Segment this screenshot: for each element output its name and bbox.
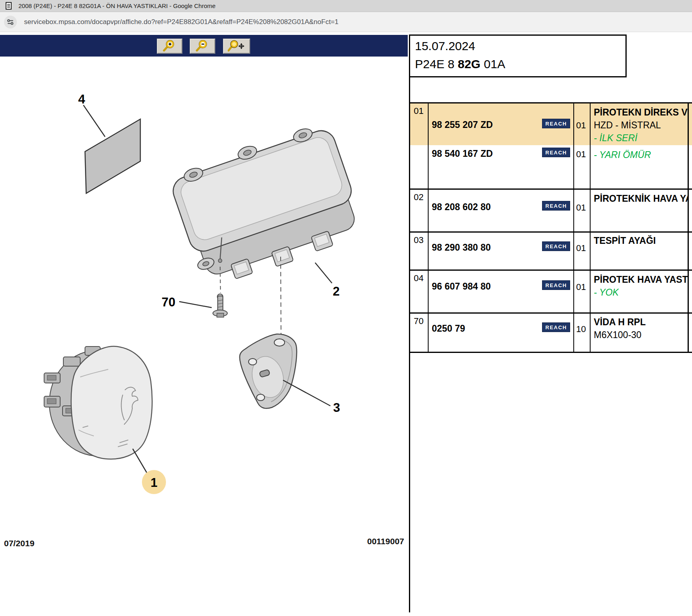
quantity-cell: 01: [574, 190, 591, 231]
quantity-value: 01: [576, 149, 586, 160]
document-reference: P24E 8 82G 01A: [415, 55, 625, 73]
clipped-column: [689, 190, 692, 231]
window-title: 2008 (P24E) - P24E 8 82G01A - ÖN HAVA YA…: [18, 2, 216, 9]
leader-line-part1: [133, 449, 149, 476]
site-settings-icon: [7, 18, 14, 26]
description-cell: TESPİT AYAĞI: [591, 233, 689, 270]
quantity-cell: 10: [574, 314, 591, 352]
item-number-cell: 03: [410, 233, 429, 270]
reach-badge[interactable]: REACH: [542, 201, 570, 211]
table-row-01[interactable]: 01 98 255 207 ZD REACH 98 540 167 ZD REA…: [410, 103, 692, 190]
description-cell: PİROTEKN DİREKS VO HZD - MİSTRAL - İLK S…: [591, 103, 689, 188]
quantity-value: 01: [576, 243, 586, 253]
browser-urlbar[interactable]: servicebox.mpsa.com/docapvpr/affiche.do?…: [0, 12, 692, 32]
reach-badge[interactable]: REACH: [542, 322, 570, 332]
part-description: PİROTEKN DİREKS VO: [591, 106, 688, 119]
clipped-column: [689, 233, 692, 270]
reach-badge[interactable]: REACH: [542, 119, 570, 128]
doc-ref-bold: 82G: [458, 57, 481, 71]
part-reference[interactable]: 96 607 984 80: [432, 281, 491, 292]
parts-table: 01 98 255 207 ZD REACH 98 540 167 ZD REA…: [409, 102, 692, 353]
reference-cell: 0250 79 REACH: [429, 314, 574, 352]
zoom-pan-button[interactable]: [223, 38, 250, 54]
item-number-cell: 01: [410, 103, 429, 188]
doc-ref-prefix: P24E 8: [415, 57, 458, 71]
part-description: PİROTEK HAVA YAST: [591, 273, 688, 286]
description-cell: PİROTEKNİK HAVA YA: [591, 190, 689, 231]
part2-stud-tip: [219, 259, 222, 263]
part-reference[interactable]: 98 290 380 80: [432, 242, 491, 253]
part-reference[interactable]: 0250 79: [432, 323, 465, 334]
document-header-box: 15.07.2024 P24E 8 82G 01A: [409, 34, 627, 77]
part-description: VİDA H RPL: [591, 316, 688, 328]
part-description-detail: M6X100-30: [591, 328, 688, 341]
part-label-1[interactable]: 1: [150, 476, 157, 490]
reach-badge[interactable]: REACH: [542, 241, 570, 251]
leader-line-part3: [283, 380, 330, 406]
window-titlebar[interactable]: 2008 (P24E) - P24E 8 82G01A - ÖN HAVA YA…: [0, 0, 692, 12]
part-label-3[interactable]: 3: [333, 401, 340, 415]
part-label-4[interactable]: 4: [78, 92, 85, 106]
item-number-cell: 02: [410, 190, 429, 231]
diagram-sheet-number: 00119007: [367, 537, 404, 546]
clipped-column: [689, 314, 692, 352]
site-settings-button[interactable]: [4, 16, 17, 28]
leader-line-part4: [83, 105, 105, 137]
leader-line-part2: [315, 263, 332, 283]
document-date: 15.07.2024: [415, 37, 625, 55]
item-number-cell: 70: [410, 314, 429, 352]
reference-cell: 98 255 207 ZD REACH 98 540 167 ZD REACH: [429, 103, 574, 188]
part2-passenger-airbag[interactable]: 2: [166, 119, 367, 298]
part70-screw[interactable]: 70: [162, 294, 227, 317]
zoom-out-button[interactable]: [190, 38, 215, 54]
part-description: PİROTEKNİK HAVA YA: [591, 192, 688, 205]
part-reference[interactable]: 98 208 602 80: [432, 202, 491, 213]
item-number-cell: 04: [410, 271, 429, 312]
part-description-note: - İLK SERİ: [591, 132, 688, 144]
reference-cell: 96 607 984 80 REACH: [429, 271, 574, 312]
reach-badge[interactable]: REACH: [542, 280, 570, 290]
diagram-revision-date: 07/2019: [4, 539, 34, 548]
part-description-detail: HZD - MİSTRAL: [591, 119, 688, 132]
table-row-70[interactable]: 70 0250 79 REACH 10 VİDA H RPL M6X100-30: [410, 314, 692, 352]
diagram-toolbar: [0, 35, 408, 57]
part-reference[interactable]: 98 540 167 ZD: [432, 148, 493, 159]
quantity-cell: 01: [574, 271, 591, 312]
description-cell: PİROTEK HAVA YAST - YOK: [591, 271, 689, 312]
part3-bracket[interactable]: 3: [240, 334, 340, 415]
part4-label-sheet[interactable]: 4: [78, 92, 140, 193]
quantity-cell: 01: [574, 233, 591, 270]
part-description-note: - YARI ÖMÜR: [591, 148, 688, 161]
leader-line-part70: [179, 302, 212, 308]
table-row-02[interactable]: 02 98 208 602 80 REACH 01 PİROTEKNİK HAV…: [410, 190, 692, 233]
reference-cell: 98 290 380 80 REACH: [429, 233, 574, 270]
part-label-70[interactable]: 70: [162, 295, 175, 309]
part-description-note: - YOK: [591, 286, 688, 299]
part1-driver-airbag[interactable]: 1: [44, 346, 166, 494]
doc-ref-suffix: 01A: [480, 57, 505, 71]
quantity-value: 10: [576, 324, 586, 334]
dashed-line-bracket: [281, 257, 281, 339]
zoom-pan-icon: [228, 40, 245, 52]
zoom-in-icon: [163, 40, 176, 52]
quantity-value: 01: [576, 120, 586, 131]
clipped-column: [689, 271, 692, 312]
clipped-column: [689, 103, 692, 188]
parts-diagram: 4 2: [0, 57, 409, 616]
part-description: TESPİT AYAĞI: [591, 234, 688, 247]
table-row-04[interactable]: 04 96 607 984 80 REACH 01 PİROTEK HAVA Y…: [410, 271, 692, 314]
part-reference[interactable]: 98 255 207 ZD: [432, 120, 493, 130]
reach-badge[interactable]: REACH: [542, 148, 570, 157]
quantity-value: 01: [576, 203, 586, 213]
table-row-03[interactable]: 03 98 290 380 80 REACH 01 TESPİT AYAĞI: [410, 233, 692, 271]
url-text[interactable]: servicebox.mpsa.com/docapvpr/affiche.do?…: [24, 18, 338, 26]
document-icon: [6, 2, 12, 10]
description-cell: VİDA H RPL M6X100-30: [591, 314, 689, 352]
quantity-cell: 01 01: [574, 103, 591, 188]
zoom-in-button[interactable]: [157, 38, 182, 54]
reference-cell: 98 208 602 80 REACH: [429, 190, 574, 231]
quantity-value: 01: [576, 282, 586, 292]
part-label-2[interactable]: 2: [333, 284, 340, 298]
zoom-out-icon: [196, 40, 209, 52]
